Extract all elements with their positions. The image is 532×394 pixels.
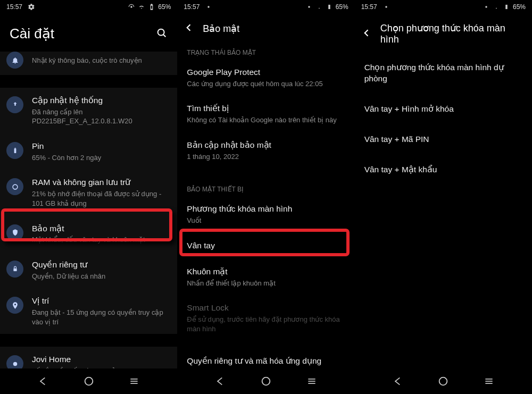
item-sub: 21% bộ nhớ điện thoại đã được sử dụng - … (32, 189, 168, 208)
item-title: Chọn phương thức khóa màn hình dự phòng (364, 62, 522, 85)
item-sub: Các ứng dụng được quét hôm qua lúc 22:05 (187, 79, 345, 89)
lock-options[interactable]: Chọn phương thức khóa màn hình dự phòng … (355, 53, 532, 368)
svg-point-13 (308, 6, 310, 8)
home-button[interactable] (82, 374, 96, 388)
phone-security: 15:57 65% Bảo mật TRẠNG THÁI BẢO MẬT Goo… (177, 0, 354, 394)
nfc-icon (305, 3, 313, 11)
list-item-privacy-encryption[interactable]: Quyền riêng tư và mã hóa ứng dụng (177, 348, 354, 368)
status-bar: 15:57 65% (0, 0, 177, 14)
location-icon (6, 297, 23, 314)
settings-header: Cài đặt (0, 14, 177, 52)
status-time: 15:57 (361, 3, 377, 11)
search-button[interactable] (156, 27, 168, 41)
page-title: Chọn phương thức khóa màn hình (380, 22, 525, 45)
item-title: RAM và không gian lưu trữ (32, 177, 168, 188)
item-sub: Nhật ký thông báo, cuộc trò chuyện (32, 56, 168, 65)
security-header: Bảo mật (177, 14, 354, 43)
wifi-icon (315, 3, 323, 11)
list-item-update[interactable]: Cập nhật hệ thống Đã nâng cấp lên PD2215… (0, 88, 177, 133)
list-item-fingerprint-pattern[interactable]: Vân tay + Hình mở khóa (355, 94, 532, 124)
back-button[interactable] (391, 374, 405, 388)
nav-bar (355, 368, 532, 394)
item-title: Vân tay (187, 240, 345, 252)
list-item-fingerprint-pin[interactable]: Vân tay + Mã PIN (355, 124, 532, 155)
recent-button[interactable] (305, 374, 319, 388)
item-sub: Lối tắt, đề xuất, dịch vụ của tôi (32, 366, 168, 368)
home-icon (6, 355, 23, 368)
list-item-fingerprint[interactable]: Vân tay (177, 233, 354, 259)
list-item-screen-lock[interactable]: Phương thức khóa màn hình Vuốt (177, 196, 354, 232)
item-sub: 1 tháng 10, 2022 (187, 152, 345, 162)
wifi-icon (493, 3, 500, 11)
item-title: Vị trí (32, 296, 168, 307)
item-title: Bản cập nhật bảo mật (187, 140, 345, 151)
security-list[interactable]: TRẠNG THÁI BẢO MẬT Google Play Protect C… (177, 43, 354, 368)
item-title: Quyền riêng tư (32, 259, 168, 271)
back-button[interactable] (36, 374, 50, 388)
item-sub: Nhấn để thiết lập khuôn mặt (187, 279, 345, 288)
list-item-location[interactable]: Vị trí Đang bật - 15 ứng dụng có quyền t… (0, 288, 177, 334)
svg-line-2 (163, 34, 165, 36)
shield-icon (6, 224, 23, 241)
home-button[interactable] (259, 374, 273, 388)
status-bar: 15:57 65% (177, 0, 354, 14)
svg-rect-6 (13, 269, 16, 271)
item-title: Cập nhật hệ thống (32, 95, 168, 106)
list-item-battery[interactable]: Pin 65% - Còn hơn 2 ngày (0, 133, 177, 170)
item-sub: 65% - Còn hơn 2 ngày (32, 153, 168, 163)
item-title: Quyền riêng tư và mã hóa ứng dụng (187, 356, 345, 367)
list-item-play-protect[interactable]: Google Play Protect Các ứng dụng được qu… (177, 60, 354, 96)
gear-icon (28, 3, 35, 11)
item-sub: Đã nâng cấp lên PD2215BF_EX_A_12.0.8.1.W… (32, 107, 168, 126)
recent-button[interactable] (127, 374, 141, 388)
item-sub: Để sử dụng, trước tiên hãy đặt phương th… (187, 315, 345, 333)
phone-lock-method: 15:57 65% Chọn phương thức khóa màn hình… (355, 0, 532, 394)
list-item-face[interactable]: Khuôn mặt Nhấn để thiết lập khuôn mặt (177, 259, 354, 295)
svg-rect-21 (505, 5, 508, 9)
item-title: Smart Lock (187, 303, 345, 314)
svg-rect-3 (14, 148, 16, 153)
item-sub: Quyền, Dữ liệu cá nhân (32, 272, 168, 281)
svg-rect-14 (328, 5, 330, 9)
nav-bar (177, 368, 354, 394)
item-title: Google Play Protect (187, 67, 345, 78)
status-bar: 15:57 65% (355, 0, 532, 14)
status-battery: 65% (158, 3, 171, 11)
back-icon[interactable] (184, 22, 194, 35)
status-time: 15:57 (184, 3, 200, 11)
nav-bar (0, 368, 177, 394)
settings-list[interactable]: Nhật ký thông báo, cuộc trò chuyện Cập n… (0, 52, 177, 368)
list-item-security[interactable]: Bảo mật Mật khẩu, dấu vân tay và khuôn m… (0, 216, 177, 252)
item-title: Vân tay + Hình mở khóa (364, 104, 454, 115)
status-time: 15:57 (6, 3, 22, 11)
list-item-backup-lock[interactable]: Chọn phương thức khóa màn hình dự phòng (355, 53, 532, 94)
svg-point-19 (385, 6, 387, 8)
back-button[interactable] (213, 374, 227, 388)
item-title: Khuôn mặt (187, 266, 345, 278)
page-title: Cài đặt (10, 26, 54, 42)
list-item-storage[interactable]: RAM và không gian lưu trữ 21% bộ nhớ điệ… (0, 170, 177, 215)
svg-point-20 (485, 6, 487, 8)
section-header: BẢO MẬT THIẾT BỊ (177, 179, 354, 196)
list-item-jovi[interactable]: Jovi Home Lối tắt, đề xuất, dịch vụ của … (0, 347, 177, 368)
item-title: Vân tay + Mã PIN (364, 134, 429, 145)
item-title: Tìm thiết bị (187, 103, 345, 114)
list-item-fingerprint-password[interactable]: Vân tay + Mật khẩu (355, 155, 532, 185)
gear-icon (383, 3, 390, 11)
home-button[interactable] (436, 374, 450, 388)
back-icon[interactable] (361, 28, 372, 40)
list-item-privacy[interactable]: Quyền riêng tư Quyền, Dữ liệu cá nhân (0, 252, 177, 288)
battery-icon (503, 3, 510, 11)
storage-icon (6, 178, 23, 195)
svg-point-22 (439, 378, 447, 385)
item-sub: Vuốt (187, 216, 345, 225)
svg-point-0 (131, 6, 133, 8)
list-item-security-update[interactable]: Bản cập nhật bảo mật 1 tháng 10, 2022 (177, 132, 354, 169)
recent-button[interactable] (482, 374, 496, 388)
list-item[interactable]: Nhật ký thông báo, cuộc trò chuyện (0, 52, 177, 75)
svg-rect-4 (14, 147, 15, 148)
list-item-find-device[interactable]: Tìm thiết bị Không có Tài khoản Google n… (177, 96, 354, 132)
nfc-icon (483, 3, 490, 11)
item-title: Phương thức khóa màn hình (187, 204, 345, 215)
lock-header: Chọn phương thức khóa màn hình (355, 14, 532, 53)
